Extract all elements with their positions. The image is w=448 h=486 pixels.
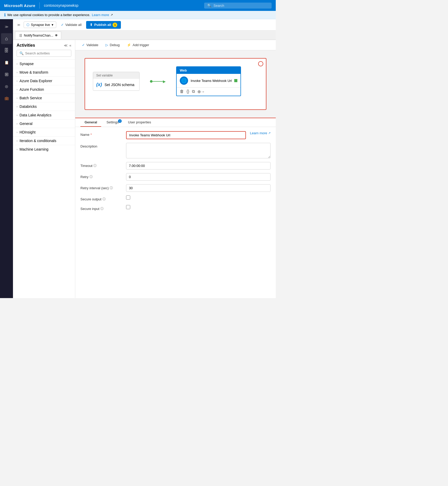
secure-output-label: Secure output ⓘ <box>80 195 122 201</box>
activity-group-azure-data-explorer: › Azure Data Explorer <box>13 76 75 85</box>
set-variable-header: Set variable <box>93 72 139 79</box>
target-icon-item[interactable]: ◎ <box>1 81 12 92</box>
pipeline-indicator <box>258 61 263 66</box>
chevron-right-icon: › <box>17 131 17 134</box>
upload-icon: ⬆ <box>90 23 93 27</box>
synapse-live-button[interactable]: ⬡ Synapse live ▾ <box>24 22 56 28</box>
checkmark-icon: ✓ <box>61 23 64 27</box>
home-icon-item[interactable]: ⌂ <box>1 33 12 44</box>
general-header[interactable]: › General <box>13 119 75 128</box>
databricks-label: Databricks <box>19 104 37 109</box>
add-trigger-label: Add trigger <box>133 43 149 47</box>
machine-learning-label: Machine Learning <box>19 147 48 151</box>
hdinsight-header[interactable]: › HDInsight <box>13 128 75 136</box>
search-activities-input[interactable] <box>25 51 68 55</box>
cookie-text: We use optional cookies to provide a bet… <box>7 13 90 17</box>
collapse-sidebar-icon[interactable]: ≫ <box>1 21 12 32</box>
azure-data-explorer-header[interactable]: › Azure Data Explorer <box>13 77 75 85</box>
chevron-right-icon: › <box>17 62 17 65</box>
search-icon: 🔍 <box>207 4 211 8</box>
activity-group-azure-function: › Azure Function <box>13 85 75 94</box>
move-transform-group-header[interactable]: › Move & transform <box>13 68 75 76</box>
data-lake-analytics-header[interactable]: › Data Lake Analytics <box>13 111 75 119</box>
general-form: Name * Learn more ↗ <box>75 127 276 219</box>
set-variable-card[interactable]: Set variable (x) Set JSON schema <box>93 72 140 91</box>
activity-connector: ▶ <box>150 79 166 83</box>
collapse-icon[interactable]: ≪ <box>64 43 68 47</box>
activity-group-iteration: › Iteration & conditionals <box>13 136 75 145</box>
bottom-panel: General Settings 2 User properties <box>75 118 276 298</box>
tab-settings[interactable]: Settings 2 <box>102 118 123 127</box>
chevron-right-icon: › <box>17 122 17 125</box>
synapse-group-header[interactable]: › Synapse <box>13 60 75 68</box>
retry-interval-field-row: Retry interval (sec) ⓘ <box>80 184 271 192</box>
secure-input-row: Secure input ⓘ <box>80 205 271 211</box>
debug-button[interactable]: ▷ Debug <box>103 42 122 48</box>
activity-group-data-lake-analytics: › Data Lake Analytics <box>13 111 75 119</box>
chevron-right-icon: › <box>17 114 17 117</box>
validate-button[interactable]: ✓ Validate <box>79 42 101 48</box>
activities-search-box[interactable]: 🔍 <box>17 50 71 57</box>
search-bar[interactable]: 🔍 Search <box>204 3 272 9</box>
code-icon[interactable]: {} <box>187 89 189 94</box>
info-icon: ℹ <box>4 12 6 17</box>
tab-general[interactable]: General <box>80 118 101 127</box>
set-variable-label: Set JSON schema <box>105 83 134 87</box>
activity-group-general: › General <box>13 119 75 128</box>
secure-output-info-icon: ⓘ <box>102 197 106 201</box>
hdinsight-label: HDInsight <box>19 130 35 134</box>
batch-service-header[interactable]: › Batch Service <box>13 94 75 102</box>
timeout-info-icon: ⓘ <box>93 164 97 168</box>
pipeline-icon: ⇶ <box>19 33 22 37</box>
retry-input[interactable] <box>126 173 271 181</box>
description-input[interactable] <box>126 143 271 158</box>
activities-controls[interactable]: ≪ « <box>64 43 71 47</box>
activity-group-databricks: › Databricks <box>13 102 75 111</box>
chevron-right-icon: › <box>17 148 17 151</box>
retry-field-row: Retry ⓘ <box>80 173 271 181</box>
pipeline-tab[interactable]: ⇶ NotifyTeamsChan... <box>15 32 61 39</box>
copy-icon[interactable]: ⧉ <box>192 89 195 94</box>
web-globe-icon: 🌐 <box>180 76 188 85</box>
secure-input-checkbox[interactable] <box>126 205 130 209</box>
document-icon-item[interactable]: 📋 <box>1 57 12 68</box>
general-label: General <box>19 122 32 126</box>
delete-icon[interactable]: 🗑 <box>180 89 184 94</box>
chevron-down-icon: ▾ <box>52 23 53 27</box>
activity-group-move-transform: › Move & transform <box>13 68 75 76</box>
timeout-input[interactable] <box>126 162 271 170</box>
external-link-icon: ↗ <box>268 131 271 135</box>
briefcase-icon-item[interactable]: 💼 <box>1 93 12 104</box>
secure-output-checkbox[interactable] <box>126 195 130 200</box>
learn-more-link[interactable]: Learn more ↗ <box>250 131 271 135</box>
learn-more-cookie-link[interactable]: Learn more <box>92 13 109 17</box>
retry-interval-input[interactable] <box>126 184 271 192</box>
validate-all-label: Validate all <box>65 23 82 27</box>
set-variable-body: (x) Set JSON schema <box>93 79 139 90</box>
expand-icon[interactable]: « <box>69 43 71 47</box>
database-icon-item[interactable]: 🗄 <box>1 45 12 56</box>
web-activity-card[interactable]: Web 🌐 Invoke Teams Webhook Url 🗑 {} ⧉ <box>176 66 241 96</box>
data-lake-analytics-label: Data Lake Analytics <box>19 113 51 117</box>
azure-function-label: Azure Function <box>19 87 44 91</box>
layers-icon-item[interactable]: ⊞ <box>1 69 12 80</box>
tab-user-properties[interactable]: User properties <box>124 118 155 127</box>
toolbar-chevron[interactable]: ≫ <box>16 22 22 28</box>
add-trigger-button[interactable]: ⚡ Add trigger <box>124 42 152 48</box>
publish-all-button[interactable]: ⬆ Publish all 1 <box>86 21 121 29</box>
pipeline-tab-label: NotifyTeamsChan... <box>24 33 53 37</box>
synapse-group-label: Synapse <box>19 62 33 66</box>
azure-function-header[interactable]: › Azure Function <box>13 85 75 94</box>
chevron-right-icon: › <box>17 105 17 108</box>
machine-learning-header[interactable]: › Machine Learning <box>13 145 75 153</box>
navigate-icon[interactable]: ⊕→ <box>197 89 205 94</box>
debug-label: Debug <box>110 43 120 47</box>
web-activity-title: Invoke Teams Webhook Url <box>191 79 232 83</box>
validate-all-button[interactable]: ✓ Validate all <box>58 22 84 28</box>
databricks-header[interactable]: › Databricks <box>13 102 75 111</box>
name-input[interactable] <box>127 132 245 138</box>
name-input-wrapper <box>126 131 246 139</box>
description-label: Description <box>80 143 122 148</box>
cookie-banner: ℹ We use optional cookies to provide a b… <box>0 11 276 19</box>
iteration-header[interactable]: › Iteration & conditionals <box>13 137 75 145</box>
